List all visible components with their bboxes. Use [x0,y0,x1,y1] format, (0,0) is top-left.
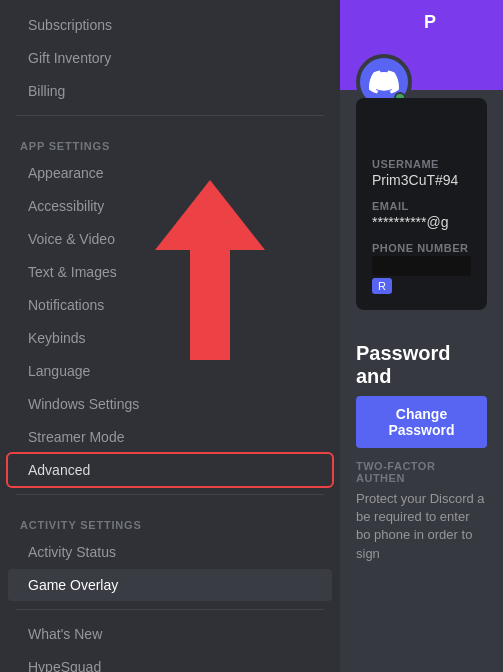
two-factor-section: TWO-FACTOR AUTHEN Protect your Discord a… [340,460,503,579]
divider [16,115,324,116]
divider-2 [16,494,324,495]
divider-3 [16,609,324,610]
two-factor-title: TWO-FACTOR AUTHEN [356,460,487,484]
sidebar-item-keybinds[interactable]: Keybinds [8,322,332,354]
email-label: EMAIL [372,200,471,212]
change-password-button[interactable]: Change Password [356,396,487,448]
sidebar-item-subscriptions[interactable]: Subscriptions [8,9,332,41]
activity-settings-label: ACTIVITY SETTINGS [0,503,340,535]
profile-banner: P [340,0,503,90]
right-panel: P USERNAME Prim3CuT#94 EMAIL **********@… [340,0,503,672]
sidebar-item-advanced[interactable]: Advanced [8,454,332,486]
sidebar-item-game-overlay[interactable]: Game Overlay [8,569,332,601]
sidebar-item-whats-new[interactable]: What's New [8,618,332,650]
profile-card: USERNAME Prim3CuT#94 EMAIL **********@g … [356,98,487,310]
sidebar-item-accessibility[interactable]: Accessibility [8,190,332,222]
username-label: USERNAME [372,158,471,170]
sidebar-item-streamer-mode[interactable]: Streamer Mode [8,421,332,453]
discord-icon [369,67,399,97]
email-value: **********@g [372,214,471,230]
sidebar-item-language[interactable]: Language [8,355,332,387]
password-section-title: Password and [340,326,503,396]
sidebar-item-windows-settings[interactable]: Windows Settings [8,388,332,420]
sidebar-item-appearance[interactable]: Appearance [8,157,332,189]
sidebar-item-billing[interactable]: Billing [8,75,332,107]
sidebar-item-hypesquad[interactable]: HypeSquad [8,651,332,672]
sidebar-item-gift-inventory[interactable]: Gift Inventory [8,42,332,74]
sidebar-item-voice-video[interactable]: Voice & Video [8,223,332,255]
username-display: P [424,12,436,33]
sidebar-item-notifications[interactable]: Notifications [8,289,332,321]
sidebar-item-text-images[interactable]: Text & Images [8,256,332,288]
username-value: Prim3CuT#94 [372,172,471,188]
app-settings-label: APP SETTINGS [0,124,340,156]
sidebar: Subscriptions Gift Inventory Billing APP… [0,0,340,672]
phone-label: PHONE NUMBER [372,242,471,254]
two-factor-desc: Protect your Discord a be required to en… [356,490,487,563]
phone-edit-button[interactable]: R [372,278,392,294]
phone-value [372,256,471,276]
sidebar-item-activity-status[interactable]: Activity Status [8,536,332,568]
